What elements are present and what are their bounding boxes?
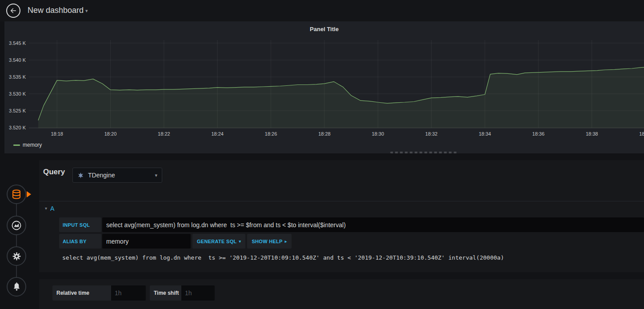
back-arrow-icon bbox=[9, 7, 17, 15]
legend-series-memory[interactable]: memory bbox=[23, 142, 42, 148]
dashboard-header: New dashboard ▾ bbox=[0, 0, 644, 21]
svg-text:18:36: 18:36 bbox=[532, 131, 545, 136]
svg-text:18:40: 18:40 bbox=[639, 131, 644, 136]
datasource-picker[interactable]: TDengine ▾ bbox=[72, 168, 162, 183]
tab-connector-line bbox=[16, 194, 17, 287]
alias-by-row: ALIAS BY GENERATE SQL ▾ SHOW HELP ▸ bbox=[59, 234, 644, 249]
generate-sql-button[interactable]: GENERATE SQL ▾ bbox=[192, 234, 245, 249]
tab-alert[interactable] bbox=[7, 277, 26, 297]
query-editor: Query TDengine ▾ ▾ A INPUT SQL ALIAS BY … bbox=[39, 160, 644, 272]
chevron-down-icon: ▾ bbox=[155, 173, 157, 178]
tab-queries[interactable] bbox=[7, 185, 26, 204]
bell-icon bbox=[12, 282, 22, 292]
relative-time-label: Relative time bbox=[52, 285, 111, 301]
input-sql-label: INPUT SQL bbox=[59, 217, 101, 232]
graph-panel: Panel Title 3.545 K3.540 K3.535 K3.530 K… bbox=[4, 21, 644, 153]
chevron-down-icon: ▾ bbox=[239, 239, 241, 244]
query-collapse-row[interactable]: ▾ A bbox=[39, 201, 644, 215]
database-icon bbox=[11, 189, 22, 200]
alias-by-label: ALIAS BY bbox=[59, 234, 101, 249]
svg-text:18:22: 18:22 bbox=[158, 131, 170, 136]
svg-text:18:32: 18:32 bbox=[425, 131, 438, 136]
chart-legend: memory bbox=[13, 142, 42, 148]
relative-time-field[interactable] bbox=[111, 285, 146, 301]
svg-text:18:38: 18:38 bbox=[586, 131, 598, 136]
alias-by-field[interactable] bbox=[102, 234, 191, 249]
svg-text:3.540 K: 3.540 K bbox=[9, 57, 26, 63]
svg-text:18:30: 18:30 bbox=[372, 131, 384, 136]
svg-text:3.545 K: 3.545 K bbox=[9, 40, 26, 46]
query-heading: Query bbox=[43, 168, 65, 177]
svg-text:3.520 K: 3.520 K bbox=[9, 125, 26, 130]
dashboard-title[interactable]: New dashboard bbox=[28, 6, 84, 15]
svg-text:18:34: 18:34 bbox=[479, 131, 491, 136]
chart-icon bbox=[11, 220, 22, 231]
back-button[interactable] bbox=[6, 4, 20, 18]
panel-resize-handle[interactable] bbox=[390, 152, 457, 153]
query-options: Relative time Time shift bbox=[39, 279, 644, 309]
chevron-down-icon: ▾ bbox=[45, 206, 47, 211]
tab-general[interactable] bbox=[7, 246, 26, 266]
show-help-button[interactable]: SHOW HELP ▸ bbox=[247, 234, 291, 249]
svg-text:18:26: 18:26 bbox=[265, 131, 277, 136]
chevron-down-icon[interactable]: ▾ bbox=[85, 8, 88, 14]
input-sql-row: INPUT SQL bbox=[59, 217, 644, 232]
tab-visualization[interactable] bbox=[7, 216, 26, 235]
time-series-chart: 3.545 K3.540 K3.535 K3.530 K3.525 K3.520… bbox=[4, 21, 644, 153]
gear-icon bbox=[12, 251, 22, 261]
tdengine-logo-icon bbox=[77, 172, 84, 179]
svg-text:3.535 K: 3.535 K bbox=[9, 74, 26, 80]
generate-sql-button-label: GENERATE SQL bbox=[197, 239, 237, 244]
time-shift-label: Time shift bbox=[150, 285, 181, 301]
svg-text:18:18: 18:18 bbox=[51, 131, 63, 136]
chevron-right-icon: ▸ bbox=[285, 239, 287, 244]
time-shift-field[interactable] bbox=[181, 285, 215, 301]
datasource-name: TDengine bbox=[88, 172, 115, 179]
svg-text:18:20: 18:20 bbox=[104, 131, 117, 136]
query-ref-id: A bbox=[50, 205, 54, 212]
input-sql-field[interactable] bbox=[102, 217, 644, 232]
generated-sql-text: select avg(mem_system) from log.dn where… bbox=[62, 254, 504, 261]
show-help-button-label: SHOW HELP bbox=[252, 239, 282, 244]
svg-text:3.525 K: 3.525 K bbox=[9, 108, 26, 113]
time-options-row: Relative time Time shift bbox=[52, 285, 215, 301]
active-tab-arrow bbox=[27, 191, 31, 197]
svg-text:18:28: 18:28 bbox=[318, 131, 331, 136]
svg-text:18:24: 18:24 bbox=[211, 131, 224, 136]
legend-color-swatch bbox=[13, 144, 20, 146]
svg-text:3.530 K: 3.530 K bbox=[9, 91, 26, 96]
